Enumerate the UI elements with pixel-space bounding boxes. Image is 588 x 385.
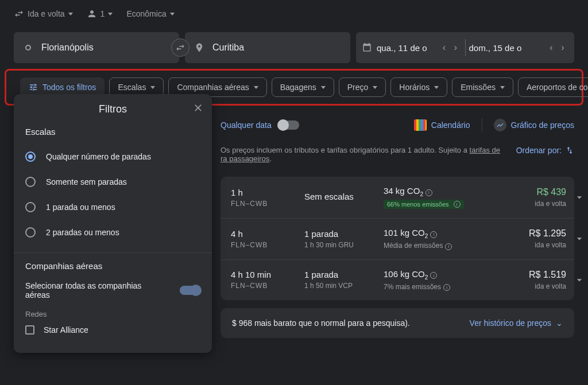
price-history-link[interactable]: Ver histórico de preços ⌄	[470, 318, 563, 328]
swap-icon	[175, 42, 185, 53]
swap-horiz-icon	[14, 9, 24, 19]
checkbox-icon	[25, 325, 34, 335]
destination-input[interactable]	[212, 42, 341, 53]
filter-chip-bags[interactable]: Bagagens	[272, 77, 334, 97]
duration: 4 h 10 min	[231, 270, 300, 279]
emissions-sub: Média de emissõesi	[384, 242, 498, 250]
route: FLN–CWB	[231, 282, 300, 290]
trip-type-selector[interactable]: Ida e volta	[14, 9, 73, 19]
price-chart-link[interactable]: Gráfico de preços	[494, 119, 575, 131]
any-date-switch[interactable]	[278, 120, 299, 130]
emissions-badge: 66% menos emissões i	[384, 200, 464, 209]
emissions: 101 kg CO2i	[384, 228, 498, 239]
route: FLN–CWB	[231, 241, 300, 249]
passengers-link[interactable]: ra passageiros	[220, 154, 269, 163]
pin-icon	[194, 42, 204, 53]
price-notice: Os preços incluem os tributos e tarifas …	[220, 146, 500, 163]
route: FLN–CWB	[231, 200, 300, 208]
chart-icon	[494, 119, 506, 131]
fees-link[interactable]: tarifas de	[470, 146, 500, 154]
person-icon	[87, 9, 97, 19]
select-all-airlines-switch[interactable]	[180, 286, 200, 295]
passenger-selector[interactable]: 1	[87, 9, 113, 19]
emissions: 34 kg CO2i	[384, 186, 498, 197]
chevron-down-icon	[170, 13, 175, 15]
select-all-airlines-label: Selecionar todas as companhias aéreas	[25, 281, 152, 300]
price: R$ 439	[503, 187, 566, 197]
radio-icon	[25, 151, 36, 162]
tune-icon	[29, 83, 38, 92]
filter-chip-airports[interactable]: Aeroportos de con	[518, 77, 588, 97]
origin-input[interactable]	[41, 42, 170, 53]
panel-title: Filtros	[99, 103, 127, 115]
all-filters-label: Todos os filtros	[42, 83, 96, 92]
stops-option[interactable]: Qualquer número de paradas	[25, 151, 200, 162]
flight-row[interactable]: 4 hFLN–CWB 1 parada1 h 30 min GRU 101 kg…	[220, 219, 574, 260]
chevron-down-icon	[373, 86, 377, 89]
chevron-down-icon	[108, 13, 113, 15]
chevron-down-icon	[321, 86, 326, 89]
chevron-down-icon	[434, 86, 439, 89]
emissions: 106 kg CO2i	[384, 269, 498, 281]
depart-date: qua., 11 de o	[377, 43, 427, 53]
trip-type-label: Ida e volta	[28, 9, 65, 18]
stops-option[interactable]: Somente sem paradas	[25, 177, 200, 187]
destination-field[interactable]	[185, 32, 350, 63]
return-date: dom., 15 de o	[469, 43, 522, 53]
flight-results: 1 hFLN–CWB Sem escalas 34 kg CO2i66% men…	[220, 177, 574, 300]
origin-field[interactable]	[14, 32, 179, 63]
close-button[interactable]	[192, 102, 204, 116]
sort-button[interactable]: Ordenar por:	[516, 146, 574, 155]
trip-type: ida e volta	[503, 200, 566, 208]
calendar-color-icon	[414, 119, 427, 131]
expand-button[interactable]	[571, 233, 588, 244]
close-icon	[192, 102, 204, 114]
radio-icon	[25, 227, 36, 238]
expand-button[interactable]	[571, 274, 588, 286]
depart-next[interactable]: ›	[450, 42, 462, 53]
price: R$ 1.519	[503, 270, 566, 280]
chevron-down-icon	[68, 13, 73, 15]
filters-panel: Filtros Escalas Qualquer número de parad…	[14, 94, 212, 353]
trip-type: ida e volta	[503, 282, 566, 290]
radio-icon	[25, 202, 36, 212]
filter-chip-price[interactable]: Preço	[339, 77, 386, 97]
networks-label: Redes	[25, 310, 200, 318]
stops-section-title: Escalas	[25, 127, 200, 137]
chevron-down-icon	[254, 86, 258, 89]
calendar-icon	[362, 42, 372, 53]
calendar-link[interactable]: Calendário	[414, 119, 470, 131]
filter-chip-times[interactable]: Horários	[390, 77, 447, 97]
origin-icon	[23, 42, 33, 53]
depart-prev[interactable]: ‹	[439, 42, 450, 53]
date-picker[interactable]: qua., 11 de o ‹ › dom., 15 de o ‹ ›	[356, 32, 574, 63]
flight-row[interactable]: 4 h 10 minFLN–CWB 1 parada1 h 50 min VCP…	[220, 260, 574, 301]
cabin-selector[interactable]: Econômica	[126, 9, 174, 18]
sort-icon	[565, 146, 574, 155]
stops: 1 parada	[304, 270, 379, 279]
duration: 4 h	[231, 229, 300, 239]
stops-option[interactable]: 1 parada ou menos	[25, 202, 200, 212]
return-next[interactable]: ›	[557, 42, 568, 53]
expand-button[interactable]	[571, 192, 588, 203]
stops: 1 parada	[304, 229, 379, 239]
passenger-count: 1	[100, 9, 105, 18]
insight-text: $ 968 mais barato que o normal para a pe…	[232, 318, 410, 328]
price-insight-bar: $ 968 mais barato que o normal para a pe…	[220, 308, 574, 338]
trip-type: ida e volta	[503, 241, 566, 249]
network-option[interactable]: Star Alliance	[25, 325, 200, 335]
any-date-toggle[interactable]: Qualquer data	[220, 120, 272, 130]
duration: 1 h	[231, 188, 300, 197]
return-prev[interactable]: ‹	[546, 42, 557, 53]
cabin-label: Econômica	[126, 9, 166, 18]
radio-icon	[25, 177, 36, 187]
layover: 1 h 30 min GRU	[304, 241, 379, 249]
chevron-down-icon	[150, 86, 155, 89]
flight-row[interactable]: 1 hFLN–CWB Sem escalas 34 kg CO2i66% men…	[220, 177, 574, 219]
layover: 1 h 50 min VCP	[304, 282, 379, 290]
filter-chip-emissions[interactable]: Emissões	[452, 77, 513, 97]
swap-button[interactable]	[171, 38, 189, 57]
stops-option[interactable]: 2 paradas ou menos	[25, 227, 200, 238]
airlines-section-title: Companhias aéreas	[25, 261, 200, 271]
chevron-down-icon	[500, 86, 505, 89]
